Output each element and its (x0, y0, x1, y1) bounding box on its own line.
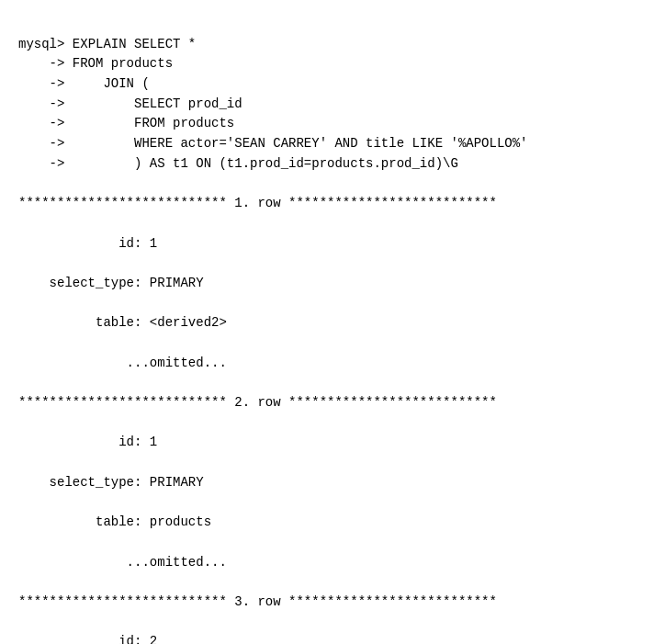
terminal-output: mysql> EXPLAIN SELECT * -> FROM products… (18, 15, 636, 644)
row1-table: table: <derived2> (18, 313, 636, 333)
row2-select-type: select_type: PRIMARY (18, 473, 636, 493)
command-block: mysql> EXPLAIN SELECT * -> FROM products… (18, 35, 636, 175)
mysql-prompt: mysql> (18, 37, 64, 51)
separator-row1: *************************** 1. row *****… (18, 194, 636, 214)
from-products: FROM products (73, 56, 173, 71)
row3-id: id: 2 (18, 632, 636, 644)
row1-id: id: 1 (18, 234, 636, 254)
row2-table: table: products (18, 513, 636, 533)
row2-omitted: ...omitted... (18, 553, 636, 573)
separator-row3: *************************** 3. row *****… (18, 593, 636, 613)
row1-omitted: ...omitted... (18, 354, 636, 374)
row1-select-type: select_type: PRIMARY (18, 274, 636, 294)
separator-row2: *************************** 2. row *****… (18, 393, 636, 413)
row2-id: id: 1 (18, 433, 636, 453)
